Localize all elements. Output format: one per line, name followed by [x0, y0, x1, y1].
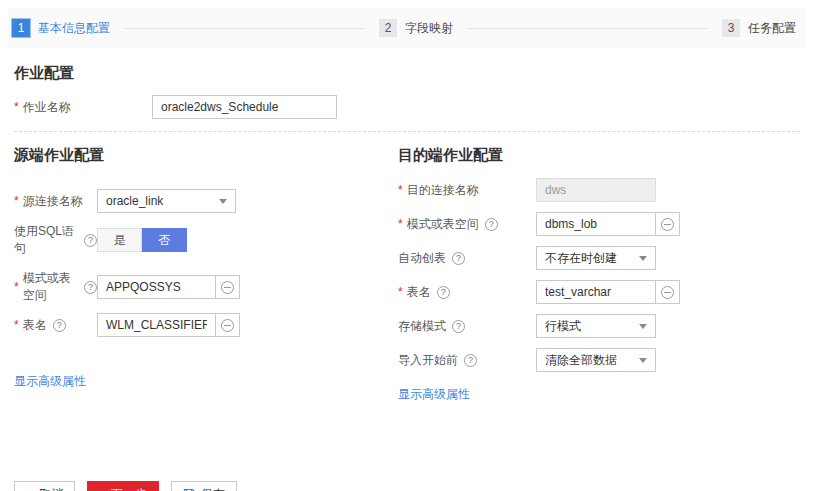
step-field-mapping[interactable]: 2 字段映射: [379, 19, 453, 37]
cancel-button[interactable]: × 取消: [14, 481, 75, 491]
auto-create-value: 不存在时创建: [545, 250, 617, 267]
source-connection-label: 源连接名称: [14, 193, 97, 210]
destination-connection-label: 目的连接名称: [398, 182, 536, 199]
help-icon[interactable]: [53, 319, 66, 332]
destination-table-label-text: 表名: [407, 284, 431, 301]
chevron-down-icon: [639, 256, 647, 261]
before-import-row: 导入开始前 清除全部数据: [398, 348, 800, 372]
use-sql-row: 使用SQL语句 是 否: [14, 223, 398, 257]
source-advanced-link[interactable]: 显示高级属性: [14, 373, 86, 390]
before-import-value: 清除全部数据: [545, 352, 617, 369]
help-icon[interactable]: [464, 354, 477, 367]
use-sql-yes-button[interactable]: 是: [97, 228, 142, 252]
destination-advanced-link[interactable]: 显示高级属性: [398, 386, 470, 403]
auto-create-row: 自动创表 不存在时创建: [398, 246, 800, 270]
source-schema-label-text: 模式或表空间: [23, 270, 78, 304]
help-icon[interactable]: [437, 286, 450, 299]
destination-schema-label: 模式或表空间: [398, 216, 536, 233]
auto-create-select[interactable]: 不存在时创建: [536, 246, 656, 270]
footer-action-bar: × 取消 > 下一步 保存: [0, 481, 814, 491]
use-sql-no-button[interactable]: 否: [142, 228, 187, 252]
section-divider: [14, 131, 800, 132]
destination-config-panel: 目的端作业配置 目的连接名称 模式或表空间 自: [398, 146, 800, 403]
chevron-down-icon: [639, 324, 647, 329]
step-connector: [467, 28, 708, 29]
source-config-title: 源端作业配置: [14, 146, 398, 165]
destination-table-clear-button[interactable]: [656, 280, 680, 304]
source-schema-clear-button[interactable]: [216, 275, 240, 299]
storage-mode-label: 存储模式: [398, 318, 536, 335]
wizard-stepbar: 1 基本信息配置 2 字段映射 3 任务配置: [8, 8, 806, 48]
job-name-row: 作业名称: [14, 95, 800, 119]
job-config-title: 作业配置: [14, 64, 800, 83]
save-button[interactable]: 保存: [171, 481, 237, 491]
cancel-button-label: 取消: [39, 486, 63, 491]
source-schema-row: 模式或表空间: [14, 270, 398, 304]
help-icon[interactable]: [485, 218, 498, 231]
source-connection-row: 源连接名称 oracle_link: [14, 189, 398, 213]
destination-schema-row: 模式或表空间: [398, 212, 800, 236]
source-table-clear-button[interactable]: [216, 313, 240, 337]
minus-circle-icon: [221, 319, 234, 332]
destination-schema-clear-button[interactable]: [656, 212, 680, 236]
source-table-label: 表名: [14, 317, 97, 334]
destination-table-input[interactable]: [536, 280, 656, 304]
destination-table-label: 表名: [398, 284, 536, 301]
minus-circle-icon: [221, 281, 234, 294]
source-schema-input[interactable]: [97, 275, 216, 299]
destination-schema-label-text: 模式或表空间: [407, 216, 479, 233]
source-table-label-text: 表名: [23, 317, 47, 334]
step-task-config[interactable]: 3 任务配置: [722, 19, 796, 37]
source-table-row: 表名: [14, 313, 398, 337]
source-connection-select[interactable]: oracle_link: [97, 189, 236, 213]
next-step-button[interactable]: > 下一步: [87, 481, 158, 491]
help-icon[interactable]: [84, 234, 97, 247]
chevron-down-icon: [219, 199, 227, 204]
save-button-label: 保存: [201, 486, 225, 491]
step-number: 2: [379, 19, 397, 37]
step-label: 任务配置: [748, 20, 796, 37]
storage-mode-row: 存储模式 行模式: [398, 314, 800, 338]
auto-create-label-text: 自动创表: [398, 250, 446, 267]
before-import-select[interactable]: 清除全部数据: [536, 348, 656, 372]
close-icon: ×: [26, 487, 34, 491]
before-import-label: 导入开始前: [398, 352, 536, 369]
destination-config-title: 目的端作业配置: [398, 146, 800, 165]
destination-connection-input: [536, 178, 656, 202]
step-label: 字段映射: [405, 20, 453, 37]
step-label: 基本信息配置: [38, 20, 110, 37]
help-icon[interactable]: [452, 320, 465, 333]
before-import-label-text: 导入开始前: [398, 352, 458, 369]
help-icon[interactable]: [84, 281, 97, 294]
job-name-label: 作业名称: [14, 99, 152, 116]
use-sql-label-text: 使用SQL语句: [14, 223, 78, 257]
source-config-panel: 源端作业配置 源连接名称 oracle_link 使用SQL语句 是 否: [14, 146, 398, 403]
minus-circle-icon: [661, 286, 674, 299]
step-number: 3: [722, 19, 740, 37]
step-connector: [124, 28, 365, 29]
minus-circle-icon: [661, 218, 674, 231]
step-basic-info[interactable]: 1 基本信息配置: [12, 19, 110, 37]
help-icon[interactable]: [452, 252, 465, 265]
storage-mode-value: 行模式: [545, 318, 581, 335]
step-number: 1: [12, 19, 30, 37]
use-sql-label: 使用SQL语句: [14, 223, 97, 257]
job-name-input[interactable]: [152, 95, 337, 119]
source-table-input[interactable]: [97, 313, 216, 337]
destination-connection-row: 目的连接名称: [398, 178, 800, 202]
storage-mode-select[interactable]: 行模式: [536, 314, 656, 338]
source-connection-value: oracle_link: [106, 194, 163, 208]
destination-table-row: 表名: [398, 280, 800, 304]
use-sql-toggle: 是 否: [97, 228, 187, 252]
source-schema-label: 模式或表空间: [14, 270, 97, 304]
storage-mode-label-text: 存储模式: [398, 318, 446, 335]
auto-create-label: 自动创表: [398, 250, 536, 267]
save-disk-icon: [183, 488, 196, 491]
next-button-label: 下一步: [111, 486, 147, 491]
chevron-down-icon: [639, 358, 647, 363]
destination-schema-input[interactable]: [536, 212, 656, 236]
